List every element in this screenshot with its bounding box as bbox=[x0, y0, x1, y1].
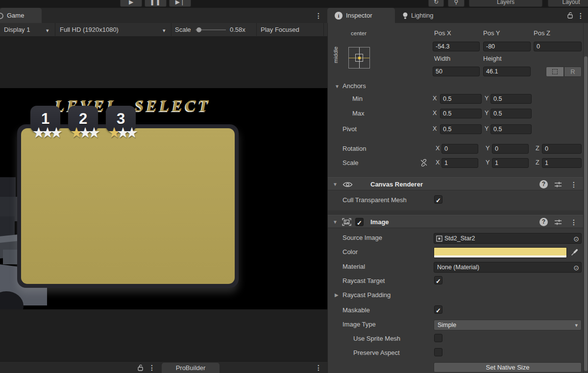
pivot-x-field[interactable]: 0.5 bbox=[440, 124, 482, 134]
anchors-max-label: Max bbox=[352, 110, 365, 117]
height-field[interactable]: 46.1 bbox=[483, 67, 531, 76]
cull-transparent-mesh-checkbox[interactable] bbox=[434, 195, 442, 204]
scale-y-field[interactable]: 1 bbox=[492, 158, 529, 168]
search-button[interactable]: ⚲ bbox=[448, 0, 465, 7]
anchors-min-x-field[interactable]: 0.5 bbox=[440, 94, 482, 104]
eyedropper-icon[interactable] bbox=[571, 248, 579, 256]
inspector-tab-label: Inspector bbox=[346, 8, 372, 23]
anchors-foldout-icon[interactable] bbox=[335, 84, 340, 89]
image-component-title: Image bbox=[370, 215, 389, 229]
tab-inspector[interactable]: Inspector bbox=[327, 8, 395, 23]
layers-dropdown[interactable]: Layers bbox=[469, 0, 542, 7]
game-view: Level Select 1 2 3 ★★★ ★★★ ★ bbox=[0, 37, 327, 361]
anchor-preset-widget[interactable] bbox=[348, 47, 370, 69]
layout-label: Layout bbox=[562, 0, 580, 5]
maskable-label: Maskable bbox=[343, 306, 370, 314]
material-field[interactable]: None (Material) bbox=[434, 262, 582, 273]
scale-control: Scale 0.58x bbox=[171, 23, 256, 37]
game-tab-icon bbox=[0, 13, 3, 19]
anchors-min-y-field[interactable]: 0.5 bbox=[490, 94, 532, 104]
lock-icon[interactable] bbox=[137, 364, 144, 371]
rotation-y-field[interactable]: 0 bbox=[492, 144, 529, 154]
help-icon[interactable] bbox=[539, 218, 548, 226]
link-broken-icon[interactable] bbox=[420, 159, 428, 166]
maskable-checkbox[interactable] bbox=[434, 305, 442, 314]
anchors-max-y-field[interactable]: 0.5 bbox=[490, 109, 532, 118]
step-button[interactable]: ▶❘ bbox=[169, 0, 191, 7]
presets-icon[interactable] bbox=[554, 219, 562, 226]
resolution-dropdown[interactable]: Full HD (1920x1080) bbox=[55, 23, 171, 37]
play-button[interactable]: ▶ bbox=[120, 0, 142, 7]
source-image-field[interactable]: Std2_Star2 bbox=[434, 233, 582, 244]
component-menu-icon[interactable] bbox=[570, 218, 577, 226]
color-swatch[interactable] bbox=[434, 248, 566, 256]
set-native-size-button[interactable]: Set Native Size bbox=[434, 362, 582, 373]
image-type-dropdown[interactable]: Simple bbox=[434, 320, 582, 330]
rotation-x-field[interactable]: 0 bbox=[441, 144, 478, 154]
panel-menu-icon[interactable] bbox=[315, 364, 322, 372]
help-icon[interactable] bbox=[539, 180, 548, 188]
pos-x-field[interactable]: -54.3 bbox=[433, 42, 480, 51]
foldout-icon[interactable] bbox=[333, 182, 338, 187]
layout-dropdown[interactable]: Layout bbox=[548, 0, 588, 7]
tab-lighting[interactable]: Lighting bbox=[398, 8, 457, 23]
component-menu-icon[interactable] bbox=[570, 181, 577, 188]
raycast-padding-label: Raycast Padding bbox=[343, 291, 391, 299]
inspector-tabbar: Inspector Lighting bbox=[327, 8, 588, 23]
foldout-icon[interactable] bbox=[333, 219, 338, 225]
play-focused-dropdown[interactable]: Play Focused bbox=[256, 23, 323, 37]
level-panel bbox=[17, 124, 239, 288]
cull-transparent-mesh-label: Cull Transparent Mesh bbox=[343, 196, 407, 204]
sprite-icon bbox=[436, 235, 442, 242]
pause-button[interactable]: ❚❚ bbox=[145, 0, 167, 7]
pos-z-label: Pos Z bbox=[534, 29, 550, 37]
raycast-target-checkbox[interactable] bbox=[434, 276, 442, 284]
star-icon: ★ bbox=[79, 125, 88, 140]
pos-y-field[interactable]: -80 bbox=[483, 42, 531, 51]
services-button[interactable]: ↻ bbox=[428, 0, 444, 7]
display-dropdown[interactable]: Display 1 bbox=[0, 23, 55, 37]
use-sprite-mesh-checkbox[interactable] bbox=[434, 334, 442, 342]
color-field[interactable] bbox=[434, 247, 567, 258]
width-field[interactable]: 50 bbox=[433, 67, 480, 76]
chevron-down-icon bbox=[163, 23, 166, 37]
scale-x-field[interactable]: 1 bbox=[441, 158, 478, 168]
chevron-down-icon bbox=[575, 320, 578, 330]
scale-label: Scale bbox=[175, 23, 191, 37]
inspector-menu-icon[interactable] bbox=[577, 12, 584, 20]
color-alpha-bar bbox=[434, 256, 566, 257]
star-icon: ★ bbox=[117, 125, 125, 140]
object-picker-icon[interactable] bbox=[573, 234, 579, 244]
pivot-y-field[interactable]: 0.5 bbox=[490, 124, 532, 134]
tab-game[interactable]: Game bbox=[0, 8, 42, 23]
raycast-padding-foldout-icon[interactable] bbox=[335, 292, 339, 298]
scrollbar-thumb[interactable] bbox=[584, 56, 588, 371]
panel-menu-icon[interactable] bbox=[148, 364, 155, 372]
scale-slider-handle[interactable] bbox=[196, 27, 201, 32]
image-component-header[interactable]: Image bbox=[328, 215, 583, 228]
preserve-aspect-checkbox[interactable] bbox=[434, 348, 442, 356]
anchors-max-x-field[interactable]: 0.5 bbox=[440, 109, 482, 118]
canvas-renderer-header[interactable]: Canvas Renderer bbox=[328, 177, 583, 190]
tab-probuilder[interactable]: ProBuilder bbox=[162, 363, 220, 373]
layers-label: Layers bbox=[497, 0, 514, 5]
rotation-z-field[interactable]: 0 bbox=[542, 144, 582, 154]
lock-icon[interactable] bbox=[567, 12, 573, 19]
eye-icon[interactable] bbox=[343, 181, 353, 188]
material-label: Material bbox=[343, 263, 365, 270]
object-picker-icon[interactable] bbox=[573, 263, 579, 273]
presets-icon[interactable] bbox=[554, 181, 562, 188]
unity-editor: ▶ ❚❚ ▶❘ ↻ ⚲ Layers Layout Game Display 1… bbox=[0, 0, 588, 373]
star-icon: ★ bbox=[88, 125, 97, 140]
chevron-down-icon bbox=[46, 23, 49, 37]
pos-z-field[interactable]: 0 bbox=[534, 42, 582, 51]
step-icon: ▶❘ bbox=[175, 0, 185, 5]
image-enabled-checkbox[interactable] bbox=[355, 218, 364, 226]
height-label: Height bbox=[483, 55, 502, 62]
game-panel-menu-icon[interactable] bbox=[315, 12, 322, 20]
scale-z-field[interactable]: 1 bbox=[542, 158, 582, 168]
blueprint-mode-button[interactable] bbox=[546, 67, 564, 77]
axis-z-label: Z bbox=[536, 159, 539, 166]
raw-edit-mode-button[interactable]: R bbox=[564, 67, 582, 77]
display-label: Display 1 bbox=[4, 23, 30, 37]
